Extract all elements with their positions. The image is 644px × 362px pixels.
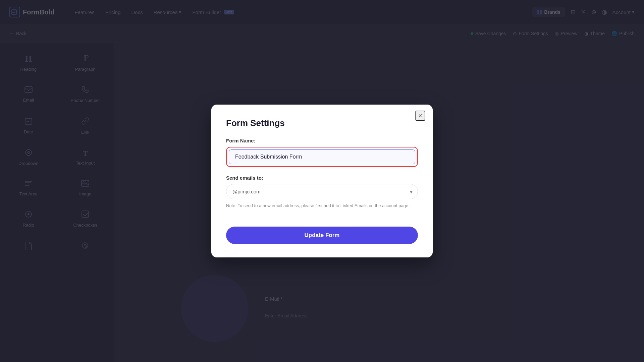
form-name-input-wrapper xyxy=(226,147,418,167)
form-name-group: Form Name: xyxy=(226,138,418,167)
modal-close-button[interactable]: × xyxy=(415,111,425,121)
form-name-input[interactable] xyxy=(229,149,415,164)
email-select-wrapper: @pimjo.com ▾ xyxy=(226,184,418,199)
modal-title: Form Settings xyxy=(226,118,418,128)
modal-overlay: × Form Settings Form Name: Send emails t… xyxy=(0,0,644,362)
form-note: Note: To send to a new email address, pl… xyxy=(226,202,418,209)
form-settings-modal: × Form Settings Form Name: Send emails t… xyxy=(211,105,433,257)
update-form-button[interactable]: Update Form xyxy=(226,227,418,244)
app-container: FormBold Features Pricing Docs Resources… xyxy=(0,0,644,362)
email-select[interactable]: @pimjo.com xyxy=(226,184,418,199)
send-emails-group: Send emails to: @pimjo.com ▾ Note: To se… xyxy=(226,175,418,209)
form-name-label: Form Name: xyxy=(226,138,418,143)
send-emails-label: Send emails to: xyxy=(226,175,418,181)
